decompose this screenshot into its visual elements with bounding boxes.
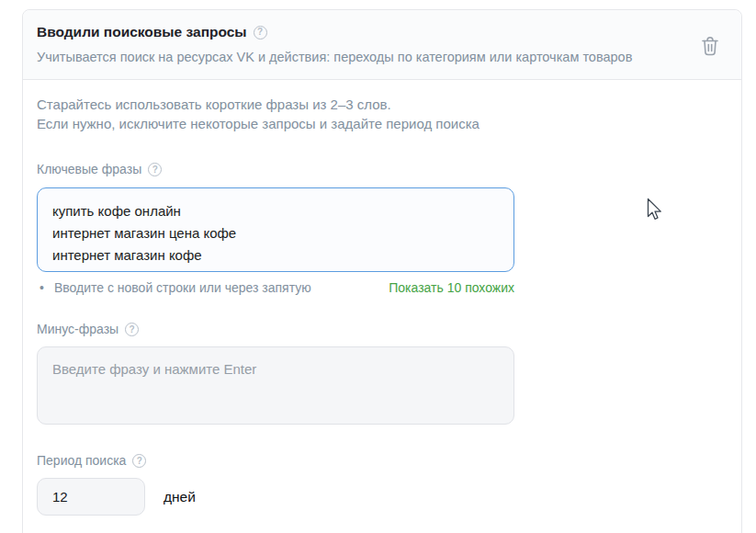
hint-bullet: • bbox=[39, 280, 44, 296]
keywords-label-row: Ключевые фразы ? bbox=[37, 162, 727, 177]
title-help-icon[interactable]: ? bbox=[254, 26, 267, 40]
card-body: Старайтесь использовать короткие фразы и… bbox=[23, 80, 741, 533]
search-queries-targeting-card: Вводили поисковые запросы ? Учитывается … bbox=[22, 9, 742, 533]
search-period-help-icon[interactable]: ? bbox=[132, 454, 146, 468]
card-title: Вводили поисковые запросы bbox=[37, 23, 247, 41]
minus-phrases-label-row: Минус-фразы ? bbox=[37, 322, 727, 337]
keywords-label: Ключевые фразы bbox=[37, 162, 141, 177]
card-subtitle: Учитывается поиск на ресурсах VK и дейст… bbox=[37, 48, 727, 66]
intro-line-1: Старайтесь использовать короткие фразы и… bbox=[37, 95, 727, 114]
intro-text: Старайтесь использовать короткие фразы и… bbox=[37, 95, 727, 133]
hint-text: Вводите с новой строки или через запятую bbox=[54, 280, 311, 296]
minus-phrases-label: Минус-фразы bbox=[37, 322, 118, 337]
search-period-label-row: Период поиска ? bbox=[37, 453, 727, 469]
keywords-hint: • Вводите с новой строки или через запят… bbox=[37, 280, 311, 296]
minus-phrases-textarea[interactable] bbox=[37, 346, 514, 425]
minus-phrases-help-icon[interactable]: ? bbox=[125, 323, 139, 336]
card-title-row: Вводили поисковые запросы ? bbox=[37, 23, 727, 41]
search-period-unit: дней bbox=[164, 489, 196, 505]
keywords-textarea[interactable]: купить кофе онлайн интернет магазин цена… bbox=[37, 187, 514, 272]
card-header: Вводили поисковые запросы ? Учитывается … bbox=[23, 10, 741, 80]
show-similar-link[interactable]: Показать 10 похожих bbox=[389, 280, 514, 296]
delete-section-button[interactable] bbox=[700, 35, 720, 57]
keywords-help-icon[interactable]: ? bbox=[148, 163, 162, 176]
trash-icon bbox=[700, 35, 720, 57]
search-period-label: Период поиска bbox=[37, 453, 126, 469]
search-period-row: дней bbox=[37, 478, 727, 516]
search-period-input[interactable] bbox=[37, 478, 145, 516]
intro-line-2: Если нужно, исключите некоторые запросы … bbox=[37, 114, 727, 133]
keywords-hint-row: • Вводите с новой строки или через запят… bbox=[37, 280, 514, 296]
